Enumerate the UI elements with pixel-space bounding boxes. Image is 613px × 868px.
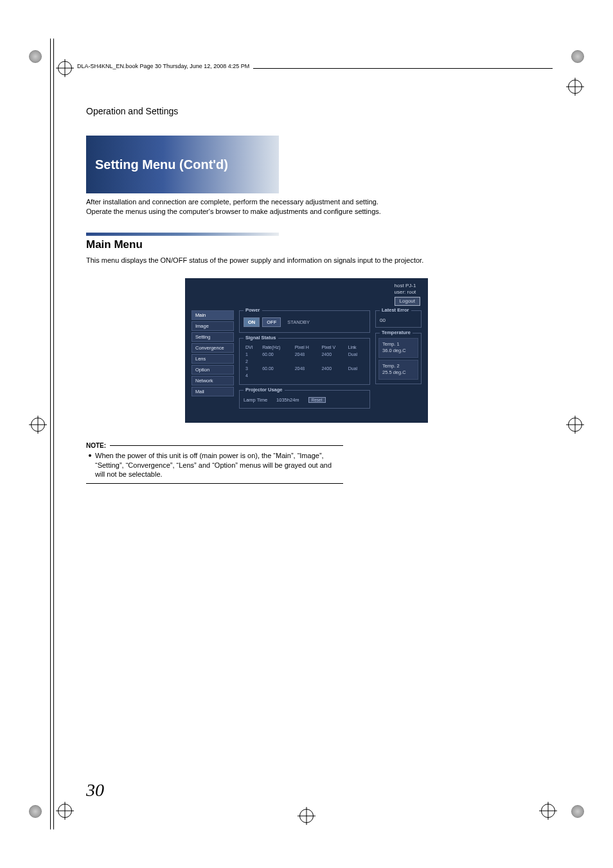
host-label: host PJ-1 bbox=[395, 283, 420, 289]
sidebar-item-main[interactable]: Main bbox=[191, 310, 234, 320]
latest-error-group: Latest Error 00 bbox=[375, 310, 422, 328]
cell: 2 bbox=[244, 358, 260, 365]
temp1-value: 36.0 deg.C bbox=[382, 348, 414, 355]
intro-text: After installation and connection are co… bbox=[86, 197, 527, 217]
sidebar-item-network[interactable]: Network bbox=[191, 376, 234, 385]
sidebar-item-image[interactable]: Image bbox=[191, 321, 234, 331]
cell: 1 bbox=[244, 351, 260, 358]
temperature-legend: Temperature bbox=[380, 330, 413, 335]
page-number: 30 bbox=[86, 780, 104, 801]
table-row: 4 bbox=[244, 372, 366, 379]
host-info: host PJ-1 user: root Logout bbox=[395, 283, 420, 306]
sidebar-item-mail[interactable]: Mail bbox=[191, 387, 234, 396]
reset-button[interactable]: Reset bbox=[308, 397, 326, 403]
sidebar-nav: Main Image Setting Convergence Lens Opti… bbox=[191, 310, 234, 414]
subhead-bar bbox=[86, 233, 279, 236]
note-heading: NOTE: bbox=[86, 442, 106, 449]
power-off-button[interactable]: OFF bbox=[262, 317, 281, 327]
cell bbox=[346, 358, 366, 365]
temp1-label: Temp. 1 bbox=[382, 341, 414, 348]
user-label: user: root bbox=[395, 289, 420, 296]
sidebar-item-setting[interactable]: Setting bbox=[191, 332, 234, 342]
cell bbox=[260, 372, 292, 379]
signal-status-group: Signal Status DVI Rate(Hz) Pixel H Pixel… bbox=[239, 338, 370, 385]
crop-circle-icon bbox=[571, 805, 584, 818]
error-legend: Latest Error bbox=[380, 307, 411, 313]
registration-mark-icon bbox=[568, 418, 582, 432]
projector-usage-group: Projector Usage Lamp Time 1035h24m Reset bbox=[239, 390, 370, 409]
registration-mark-icon bbox=[58, 804, 72, 818]
cell: 2400 bbox=[319, 351, 346, 358]
cell: 2400 bbox=[319, 365, 346, 372]
doc-header-line: DLA-SH4KNL_EN.book Page 30 Thursday, Jun… bbox=[58, 61, 553, 75]
doc-header-text: DLA-SH4KNL_EN.book Page 30 Thursday, Jun… bbox=[77, 63, 253, 69]
note-body: When the power of this unit is off (main… bbox=[89, 451, 343, 480]
sidebar-item-option[interactable]: Option bbox=[191, 365, 234, 375]
registration-mark-icon bbox=[31, 418, 45, 432]
power-standby-label: STANDBY bbox=[287, 319, 310, 325]
crop-circle-icon bbox=[571, 50, 584, 63]
crop-circle-icon bbox=[29, 50, 42, 63]
sidebar-item-lens[interactable]: Lens bbox=[191, 354, 234, 364]
registration-mark-icon bbox=[541, 804, 555, 818]
logout-button[interactable]: Logout bbox=[395, 297, 420, 306]
temp2-box: Temp. 2 25.5 deg.C bbox=[378, 360, 418, 380]
power-group: Power ON OFF STANDBY bbox=[239, 310, 370, 333]
cell: 60.00 bbox=[260, 351, 292, 358]
cell bbox=[293, 372, 320, 379]
sidebar-item-convergence[interactable]: Convergence bbox=[191, 343, 234, 353]
col-rate: Rate(Hz) bbox=[260, 344, 292, 351]
cell bbox=[346, 372, 366, 379]
cell: Dual bbox=[346, 365, 366, 372]
subheading: Main Menu bbox=[86, 238, 527, 251]
intro-line: Operate the menus using the computer's b… bbox=[86, 208, 381, 215]
power-legend: Power bbox=[244, 307, 262, 313]
temperature-group: Temperature Temp. 1 36.0 deg.C Temp. 2 2… bbox=[375, 333, 422, 384]
table-row: 1 60.00 2048 2400 Dual bbox=[244, 351, 366, 358]
table-header-row: DVI Rate(Hz) Pixel H Pixel V Link bbox=[244, 344, 366, 351]
temp2-value: 25.5 deg.C bbox=[382, 369, 414, 376]
signal-table: DVI Rate(Hz) Pixel H Pixel V Link 1 60.0… bbox=[244, 344, 366, 379]
note-box: NOTE: When the power of this unit is off… bbox=[86, 442, 343, 484]
note-rule bbox=[110, 445, 343, 446]
cell: 4 bbox=[244, 372, 260, 379]
cell: 3 bbox=[244, 365, 260, 372]
note-rule bbox=[86, 483, 343, 484]
table-row: 3 60.00 2048 2400 Dual bbox=[244, 365, 366, 372]
col-pixelh: Pixel H bbox=[293, 344, 320, 351]
cell: 2048 bbox=[293, 351, 320, 358]
col-link: Link bbox=[346, 344, 366, 351]
cell bbox=[319, 372, 346, 379]
section-title: Operation and Settings bbox=[86, 106, 527, 116]
temp1-box: Temp. 1 36.0 deg.C bbox=[378, 338, 418, 358]
lamp-time-value: 1035h24m bbox=[276, 397, 299, 403]
power-on-button[interactable]: ON bbox=[244, 317, 260, 327]
intro-line: After installation and connection are co… bbox=[86, 198, 378, 206]
error-value: 00 bbox=[380, 317, 417, 323]
cell: 2048 bbox=[293, 365, 320, 372]
cell: 60.00 bbox=[260, 365, 292, 372]
crop-circle-icon bbox=[29, 805, 42, 818]
lamp-time-label: Lamp Time bbox=[244, 397, 267, 403]
page-banner: Setting Menu (Cont'd) bbox=[86, 136, 279, 193]
registration-mark-icon bbox=[299, 809, 314, 823]
registration-mark-icon bbox=[568, 80, 582, 94]
cell bbox=[319, 358, 346, 365]
usage-legend: Projector Usage bbox=[244, 387, 285, 393]
signal-legend: Signal Status bbox=[244, 335, 278, 341]
cell bbox=[293, 358, 320, 365]
table-row: 2 bbox=[244, 358, 366, 365]
subheading-description: This menu displays the ON/OFF status of … bbox=[86, 256, 527, 264]
cell: Dual bbox=[346, 351, 366, 358]
temp2-label: Temp. 2 bbox=[382, 363, 414, 370]
cell bbox=[260, 358, 292, 365]
registration-mark-icon bbox=[58, 61, 72, 75]
projector-ui-panel: host PJ-1 user: root Logout Main Image S… bbox=[185, 278, 428, 423]
crop-guide bbox=[50, 39, 54, 829]
col-pixelv: Pixel V bbox=[319, 344, 346, 351]
col-dvi: DVI bbox=[244, 344, 260, 351]
